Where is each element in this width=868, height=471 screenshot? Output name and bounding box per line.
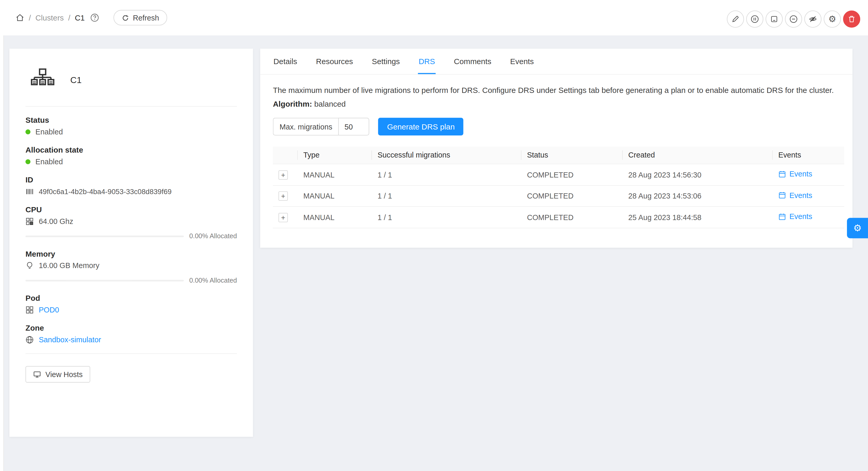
cell-migrations: 1 / 1 [372,164,521,185]
tab-resources[interactable]: Resources [315,49,353,74]
tab-drs[interactable]: DRS [418,49,435,74]
breadcrumb-clusters[interactable]: Clusters [35,13,64,22]
tab-details[interactable]: Details [273,49,298,74]
field-label: Status [26,115,237,124]
cpu-progress-bar [26,235,184,237]
events-link[interactable]: Events [778,191,812,200]
view-hosts-button[interactable]: View Hosts [26,366,90,383]
calendar-icon [778,213,786,221]
cell-created: 28 Aug 2023 14:53:06 [623,185,773,207]
memory-value: 16.00 GB Memory [39,262,99,270]
header-actions: ⚙ [727,10,860,28]
tab-bar: Details Resources Settings DRS Comments … [260,49,852,75]
field-label: Zone [26,323,237,332]
app-root: / Clusters / C1 Refresh [0,0,868,471]
allocation-value: Enabled [35,158,63,166]
monitor-icon [33,371,41,378]
cell-status: COMPLETED [521,185,623,207]
breadcrumb: / Clusters / C1 Refresh [16,0,167,35]
generate-drs-plan-button[interactable]: Generate DRS plan [378,118,464,135]
divider [26,354,237,354]
disable-cluster-button[interactable] [746,10,763,28]
events-link[interactable]: Events [778,212,812,221]
barcode-icon [26,188,34,196]
cluster-title: C1 [70,75,82,85]
gear-icon: ⚙ [853,223,862,234]
cluster-info-card: C1 Status Enabled Allocation state Enabl… [9,49,253,437]
tab-events[interactable]: Events [509,49,534,74]
cpu-value: 64.00 Ghz [39,217,73,226]
field-id: ID 49f0c6a1-4b2b-4ba4-9053-33c08d839f69 [26,175,237,196]
algorithm-line: Algorithm: balanced [273,100,840,108]
expand-row-button[interactable]: + [279,170,288,179]
divider [26,106,237,107]
status-dot [26,130,30,134]
cell-created: 25 Aug 2023 18:44:58 [623,207,773,228]
pause-circle-icon [750,15,759,23]
allocation-dot [26,159,30,164]
max-migrations-label: Max. migrations [273,118,338,135]
field-memory: Memory 16.00 GB Memory 0.00% Allocated [26,249,237,284]
cell-expand: + [273,207,298,228]
max-migrations-input[interactable] [338,118,369,135]
unmanage-cluster-button[interactable] [785,10,802,28]
view-hosts-label: View Hosts [45,370,83,379]
eye-invisible-icon [809,15,817,23]
field-label: CPU [26,205,237,214]
table-row: + MANUAL 1 / 1 COMPLETED 28 Aug 2023 14:… [273,164,844,185]
memory-progress-bar [26,279,184,281]
tab-settings[interactable]: Settings [371,49,400,74]
breadcrumb-separator: / [29,13,31,22]
resource-header: C1 [26,63,237,97]
table-header-row: Type Successful migrations Status Create… [273,147,844,164]
expand-row-button[interactable]: + [279,212,288,222]
edit-button[interactable] [727,10,744,28]
configure-ha-button[interactable]: ⚙ [824,10,841,28]
square-icon [770,15,778,23]
table-row: + MANUAL 1 / 1 COMPLETED 25 Aug 2023 18:… [273,207,844,228]
pod-icon [26,306,34,314]
col-successful-migrations: Successful migrations [372,147,521,164]
home-icon[interactable] [16,13,24,22]
settings-drawer-toggle[interactable]: ⚙ [847,218,868,238]
pod-link[interactable]: POD0 [39,306,59,314]
cpu-icon [26,217,34,226]
drs-plans-table: Type Successful migrations Status Create… [273,147,844,228]
tab-comments[interactable]: Comments [453,49,492,74]
out-of-band-button[interactable] [804,10,822,28]
cell-type: MANUAL [298,185,372,207]
top-header: / Clusters / C1 Refresh [0,0,868,35]
col-events: Events [773,147,844,164]
status-value: Enabled [35,128,63,136]
minus-circle-icon [789,15,798,23]
expand-row-button[interactable]: + [279,191,288,201]
table-row: + MANUAL 1 / 1 COMPLETED 28 Aug 2023 14:… [273,185,844,207]
gear-icon: ⚙ [828,14,836,23]
cell-events: Events [773,164,844,185]
field-allocation-state: Allocation state Enabled [26,145,237,166]
zone-link[interactable]: Sandbox-simulator [39,336,101,344]
breadcrumb-current: C1 [75,13,85,22]
globe-icon [26,336,34,344]
refresh-button[interactable]: Refresh [114,10,167,26]
reload-icon [122,14,129,21]
refresh-label: Refresh [133,13,159,22]
cell-migrations: 1 / 1 [372,185,521,207]
algorithm-value: balanced [314,100,346,108]
cell-type: MANUAL [298,207,372,228]
cpu-allocated: 0.00% Allocated [189,232,237,240]
delete-button[interactable] [843,10,860,28]
field-label: Pod [26,294,237,302]
calendar-icon [778,170,786,178]
max-migrations-group: Max. migrations [273,118,369,135]
manage-cluster-button[interactable] [766,10,783,28]
cell-status: COMPLETED [521,207,623,228]
col-status: Status [521,147,623,164]
memory-allocated: 0.00% Allocated [189,276,237,284]
cluster-detail-card: Details Resources Settings DRS Comments … [260,49,852,248]
field-pod: Pod POD0 [26,294,237,314]
field-zone: Zone Sandbox-simulator [26,323,237,344]
events-link[interactable]: Events [778,170,812,178]
col-expand [273,147,298,164]
question-circle-icon[interactable] [90,13,99,22]
